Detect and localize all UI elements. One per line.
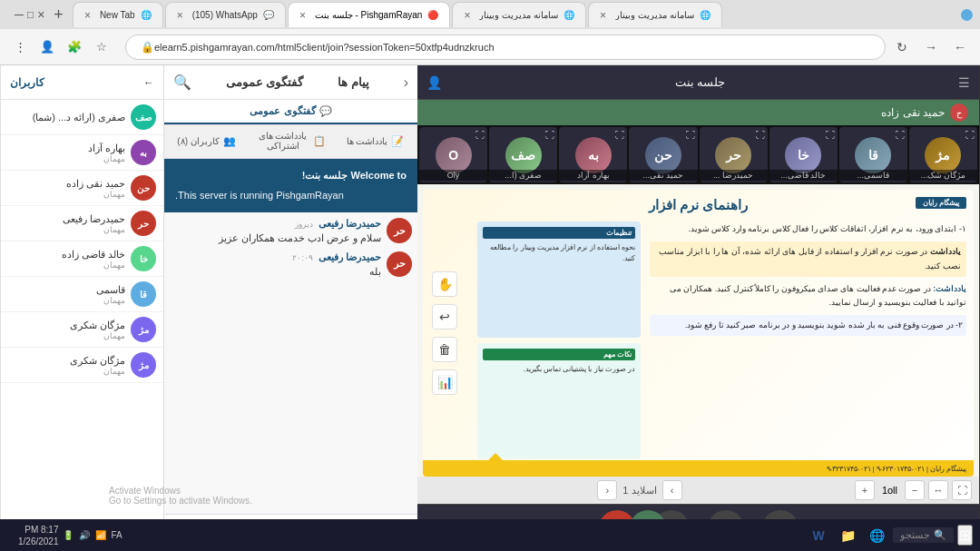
chat-header: ‹ پیام ها گفتگوی عمومی 🔍: [164, 65, 417, 100]
participant-tile-2[interactable]: ⛶ خا خالد قاضی...: [769, 127, 838, 182]
slide-pagination: › اسلاید 1 ‹: [597, 480, 681, 500]
p-name-7: مژگان شکری: [8, 355, 125, 367]
forward-button[interactable]: →: [918, 34, 944, 60]
p-avatar-7: مژ: [131, 352, 156, 378]
minimize-button[interactable]: ─: [15, 7, 24, 22]
participant-strip: ⛶ مژ مژگان شک... ⛶ قا قاسمی... ⛶ خا خالد…: [417, 125, 979, 184]
tab-3[interactable]: 🔴 PishgamRayan - جلسه بنت ×: [288, 2, 451, 27]
chart-tool-button[interactable]: 📊: [432, 369, 457, 395]
start-button[interactable]: ⊞: [957, 525, 973, 546]
panel-back-icon[interactable]: ←: [143, 76, 154, 89]
msg-avatar-1: حر: [387, 251, 412, 277]
tab-2-close[interactable]: ×: [464, 9, 470, 22]
chat-header-back-label: پیام ها: [338, 75, 369, 89]
slide-prev-button[interactable]: ›: [662, 480, 682, 500]
participant-item-5[interactable]: قا قاسمی مهمان: [1, 277, 163, 312]
slide-next-button[interactable]: ‹: [597, 480, 617, 500]
notes-icon: 📝: [391, 135, 404, 147]
participant-item-7[interactable]: مژ مژگان شکری مهمان: [1, 348, 163, 383]
tab-public-chat[interactable]: 💬 گفتگوی عمومی: [164, 100, 417, 124]
tab-users[interactable]: 👥 کاربران (۸): [164, 125, 249, 158]
delete-tool-button[interactable]: 🗑: [432, 337, 457, 362]
tab-1-close[interactable]: ×: [600, 9, 606, 22]
bookmark-button[interactable]: ☆: [89, 34, 114, 60]
new-tab-button[interactable]: +: [46, 5, 71, 25]
webinar-title: جلسه بنت: [675, 75, 726, 89]
participant-item-4[interactable]: خا خالد قاضی زاده مهمان: [1, 241, 163, 277]
participant-item-2[interactable]: حن حمید نقی زاده مهمان: [1, 171, 163, 206]
volume-icon: 🔊: [79, 530, 90, 540]
undo-tool-button[interactable]: ↩: [432, 304, 457, 330]
tab-notes[interactable]: 📝 یادداشت ها: [333, 125, 417, 158]
p-avatar-2: حن: [131, 175, 156, 201]
slide-text-2: یادداشت: در صورت عدم فعالیت های صدای میک…: [650, 282, 966, 310]
taskbar-search-label: جستجو: [900, 529, 930, 541]
participant-tile-1[interactable]: ⛶ قا قاسمی...: [839, 127, 907, 182]
msg-avatar-0: حر: [387, 218, 412, 243]
participant-tile-4[interactable]: ⛶ حن حمید نقی...: [629, 127, 697, 182]
chat-panel: ‹ پیام ها گفتگوی عمومی 🔍 💬 گفتگوی عمومی …: [163, 65, 417, 551]
browser-chrome: 🌐 سامانه مدیریت وبینار × 🌐 سامانه مدیریت…: [0, 0, 980, 65]
tab-2[interactable]: 🌐 سامانه مدیریت وبینار ×: [452, 2, 586, 27]
zoom-out-button[interactable]: −: [905, 480, 925, 500]
extensions-button[interactable]: 🧩: [62, 34, 87, 60]
close-button[interactable]: ×: [37, 7, 44, 22]
maximize-button[interactable]: □: [27, 8, 34, 21]
hand-tool-button[interactable]: ✋: [432, 271, 457, 297]
participant-item-1[interactable]: به بهاره آزاد مهمان: [1, 135, 163, 171]
participant-name-4: حمید نقی...: [629, 170, 697, 181]
participant-item-3[interactable]: حر حمیدرضا رفیعی مهمان: [1, 206, 163, 241]
slide-counter: اسلاید 1: [622, 485, 656, 497]
expand-icon-6: ⛶: [545, 130, 554, 140]
address-bar[interactable]: 🔒 elearn5.pishgamrayan.com/html5client/j…: [125, 34, 886, 60]
chat-back-icon[interactable]: ‹: [404, 74, 408, 91]
current-user-name: حمید نقی زاده: [881, 106, 945, 119]
tab-shared-notes[interactable]: 📋 یادداشت های اشتراکی: [249, 125, 333, 158]
chat-search-icon[interactable]: 🔍: [173, 74, 191, 91]
welcome-title: Welcome to جلسه بنت!: [175, 168, 407, 184]
menu-button[interactable]: ⋮: [7, 34, 33, 60]
taskbar-app-word[interactable]: W: [806, 523, 831, 548]
network-icon: 📶: [95, 530, 106, 540]
user-icon[interactable]: 👤: [426, 75, 442, 90]
p-name-3: حمیدرضا رفیعی: [8, 213, 125, 225]
tab-5-close[interactable]: ×: [84, 9, 91, 22]
participant-tile-3[interactable]: ⛶ حر حمیدرضا ...: [700, 127, 768, 182]
back-button[interactable]: ←: [947, 34, 973, 60]
profile-button[interactable]: 👤: [34, 34, 60, 60]
slide-expand-button[interactable]: ⛶: [952, 480, 972, 500]
participant-tile-0[interactable]: ⛶ مژ مژگان شک...: [909, 127, 977, 182]
tab-5[interactable]: 🌐 New Tab ×: [73, 2, 163, 27]
msg-text-1: بله: [170, 265, 381, 279]
participant-name-5: بهاره آزاد: [559, 170, 627, 181]
slide-fit-button[interactable]: ↔: [928, 480, 948, 500]
msg-sender-0: حمیدرضا رفیعی: [318, 218, 381, 230]
shared-notes-icon: 📋: [313, 135, 326, 147]
slide-container: ✋ ↩ 🗑 📊 پیشگام رایان راهنمای نرم افزار: [423, 190, 974, 477]
language-indicator: FA: [112, 530, 122, 540]
menu-icon[interactable]: ☰: [958, 75, 970, 90]
participant-name-3: حمیدرضا ...: [700, 170, 768, 181]
participant-tile-6[interactable]: ⛶ صف صفری (ا...: [489, 127, 557, 182]
reload-button[interactable]: ↻: [889, 34, 915, 60]
p-role-3: مهمان: [8, 225, 125, 234]
participant-tile-7[interactable]: ⛶ O Oly: [419, 127, 487, 182]
taskbar-app-explorer[interactable]: 📁: [835, 523, 860, 548]
tab-4-close[interactable]: ×: [177, 9, 183, 22]
tab-1[interactable]: 🌐 سامانه مدیریت وبینار ×: [588, 2, 722, 27]
tab-3-close[interactable]: ×: [299, 9, 306, 22]
p-avatar-0: صف: [131, 104, 156, 130]
participant-item-0[interactable]: صف صفری (ارائه د... (شما): [1, 100, 163, 135]
msg-sender-1: حمیدرضا رفیعی: [318, 251, 381, 263]
zoom-in-button[interactable]: +: [855, 480, 875, 500]
expand-icon-7: ⛶: [475, 130, 485, 140]
participant-item-6[interactable]: مژ مژگان شکری مهمان: [1, 312, 163, 348]
p-role-6: مهمان: [8, 331, 125, 340]
tab-4[interactable]: 💬 (105) WhatsApp ×: [165, 2, 286, 27]
taskbar-app-browser[interactable]: 🌐: [864, 523, 889, 548]
taskbar-search[interactable]: 🔍 جستجو: [893, 527, 954, 543]
current-user-avatar: ح: [950, 103, 968, 122]
p-info-6: مژگان شکری مهمان: [8, 320, 125, 340]
participant-tile-5[interactable]: ⛶ به بهاره آزاد: [559, 127, 627, 182]
taskbar-clock[interactable]: 8:17 PM 1/26/2021: [18, 524, 59, 547]
